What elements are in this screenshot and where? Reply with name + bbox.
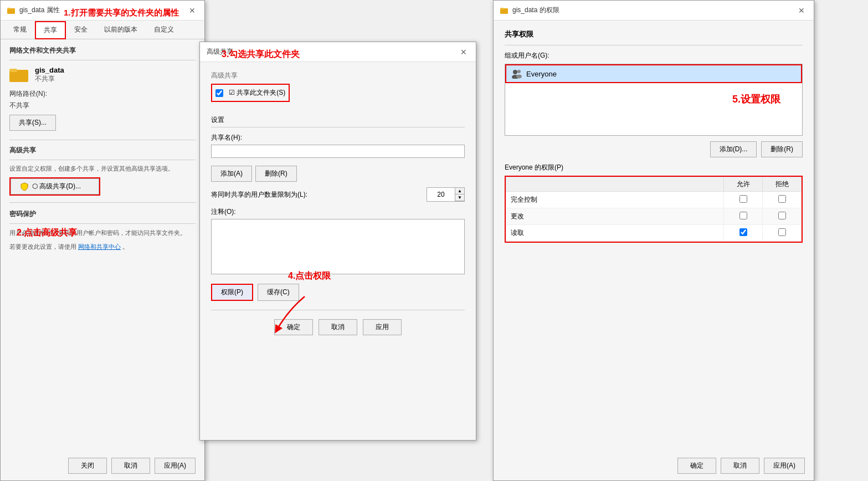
- perm-row: 更改: [506, 208, 802, 225]
- spinner-up-btn[interactable]: ▲: [455, 188, 464, 195]
- users-icon: [511, 69, 523, 79]
- network-path-label: 网络路径(N):: [9, 89, 196, 99]
- permissions-btn[interactable]: 权限(P): [211, 284, 253, 301]
- delete-share-btn[interactable]: 删除(R): [255, 166, 297, 182]
- share-name-label: 共享名(H):: [211, 133, 465, 142]
- advanced-share-section: 高级共享 设置自定义权限，创建多个共享，并设置其他高级共享选项。 ⬡ 高级共享(…: [9, 146, 196, 196]
- perm-table: 允许 拒绝 完全控制更改读取: [506, 177, 802, 242]
- user-limit-row: 将同时共享的用户数量限制为(L): 20 ▲ ▼: [211, 187, 465, 202]
- properties-title: gis_data 属性: [19, 6, 60, 15]
- properties-tabbar: 常规 共享 安全 以前的版本 自定义: [1, 21, 204, 39]
- svg-point-9: [516, 75, 522, 79]
- tab-general[interactable]: 常规: [5, 21, 35, 39]
- permissions-dialog: gis_data 的权限 ✕ 共享权限 组或用户名(G): Everyone 5…: [493, 0, 814, 481]
- apply-button[interactable]: 应用(A): [155, 458, 196, 474]
- allow-checkbox[interactable]: [739, 212, 747, 219]
- deny-checkbox[interactable]: [778, 195, 786, 203]
- add-perm-btn[interactable]: 添加(D)...: [710, 141, 757, 157]
- add-del-row: 添加(A) 删除(R): [211, 166, 465, 182]
- share-btn-container: 共享(S)...: [9, 115, 196, 131]
- properties-bottom-buttons: 关闭 取消 应用(A): [9, 458, 196, 474]
- user-everyone-item[interactable]: Everyone: [505, 64, 802, 83]
- deny-checkbox[interactable]: [778, 212, 786, 219]
- perm-allow-cell: [724, 192, 763, 208]
- permissions-close-btn[interactable]: ✕: [796, 5, 807, 16]
- user-limit-spinner: 20 ▲ ▼: [427, 187, 465, 202]
- advanced-titlebar: 高级共享 ✕: [200, 42, 476, 62]
- cache-btn[interactable]: 缓存(C): [258, 284, 299, 301]
- shield-icon: [20, 182, 29, 191]
- settings-group: 设置 共享名(H): gis_data 添加(A) 删除(R) 将同时共享的用户…: [211, 115, 465, 202]
- properties-titlebar: gis_data 属性 ✕: [1, 1, 204, 21]
- spinner-down-btn[interactable]: ▼: [455, 195, 464, 201]
- advanced-share-desc: 设置自定义权限，创建多个共享，并设置其他高级共享选项。: [9, 165, 196, 173]
- share-checkbox-label: ☑ 共享此文件夹(S): [229, 88, 285, 98]
- network-center-link[interactable]: 网络和共享中心: [78, 243, 121, 250]
- user-limit-input[interactable]: 20: [427, 188, 455, 201]
- allow-checkbox[interactable]: [739, 228, 747, 236]
- tab-sharing[interactable]: 共享: [35, 21, 66, 39]
- perm-allow-cell: [724, 208, 763, 225]
- delete-perm-btn[interactable]: 删除(R): [761, 141, 803, 157]
- properties-close-btn[interactable]: ✕: [187, 5, 198, 16]
- user-limit-label: 将同时共享的用户数量限制为(L):: [211, 190, 421, 199]
- svg-point-8: [517, 70, 521, 73]
- advanced-share-button[interactable]: ⬡ 高级共享(D)...: [11, 178, 99, 195]
- notes-textarea[interactable]: [211, 219, 465, 274]
- password-desc1: 用户必须具有此计算机的用户帐户和密码，才能访问共享文件夹。: [9, 228, 196, 238]
- folder-row: gis_data 不共享: [9, 66, 196, 84]
- permissions-title: gis_data 的权限: [512, 6, 559, 15]
- network-section-title: 网络文件和文件夹共享: [9, 46, 196, 55]
- not-shared-label: 不共享: [35, 74, 64, 84]
- advanced-share-btn-label: ⬡ 高级共享(D)...: [32, 182, 81, 191]
- svg-rect-1: [7, 8, 11, 9]
- group-label: 组或用户名(G):: [505, 51, 803, 60]
- permissions-titlebar: gis_data 的权限 ✕: [494, 1, 814, 21]
- perm-confirm-btn[interactable]: 确定: [677, 458, 716, 474]
- advanced-sharing-dialog: 高级共享 ✕ 高级共享 ☑ 共享此文件夹(S) 设置 共享名(H): gis_d…: [199, 42, 476, 441]
- folder-perm-icon: [500, 6, 509, 15]
- share-checkbox-row: ☑ 共享此文件夹(S): [211, 84, 290, 102]
- advanced-subtitle: 高级共享: [211, 71, 465, 80]
- network-path-value: 不共享: [9, 101, 196, 110]
- perm-name-cell: 更改: [506, 208, 724, 225]
- tab-customize[interactable]: 自定义: [146, 21, 182, 39]
- add-share-btn[interactable]: 添加(A): [211, 166, 252, 182]
- properties-dialog: gis_data 属性 ✕ 常规 共享 安全 以前的版本 自定义 网络文件和文件…: [0, 0, 205, 481]
- svg-rect-3: [9, 69, 17, 72]
- allow-checkbox[interactable]: [739, 195, 747, 203]
- settings-label: 设置: [211, 115, 465, 125]
- close-button[interactable]: 关闭: [68, 458, 107, 474]
- share-folder-checkbox[interactable]: [215, 89, 223, 97]
- deny-checkbox[interactable]: [778, 228, 786, 236]
- svg-point-6: [513, 70, 517, 74]
- perm-name-cell: 读取: [506, 225, 724, 242]
- advanced-cancel-btn[interactable]: 取消: [319, 319, 357, 335]
- permissions-bottom-buttons: 确定 取消 应用(A): [677, 458, 805, 474]
- advanced-close-btn[interactable]: ✕: [458, 47, 469, 58]
- advanced-share-btn-wrapper: ⬡ 高级共享(D)...: [9, 177, 100, 196]
- tab-previous-versions[interactable]: 以前的版本: [96, 21, 146, 39]
- user-list: Everyone: [505, 64, 803, 136]
- perm-cache-row: 权限(P) 缓存(C): [211, 284, 465, 301]
- advanced-bottom-buttons: 确定 取消 应用: [211, 319, 465, 335]
- perm-everyone-label: Everyone 的权限(P): [505, 163, 803, 172]
- advanced-title: 高级共享: [207, 47, 233, 57]
- advanced-apply-btn[interactable]: 应用: [363, 319, 402, 335]
- perm-table-container: 允许 拒绝 完全控制更改读取: [505, 176, 803, 243]
- tab-security[interactable]: 安全: [66, 21, 96, 39]
- advanced-confirm-btn[interactable]: 确定: [274, 319, 313, 335]
- cancel-button[interactable]: 取消: [111, 458, 150, 474]
- advanced-section-title: 高级共享: [9, 146, 196, 155]
- password-section: 密码保护 用户必须具有此计算机的用户帐户和密码，才能访问共享文件夹。 若要更改此…: [9, 209, 196, 251]
- perm-apply-btn[interactable]: 应用(A): [764, 458, 805, 474]
- perm-row: 读取: [506, 225, 802, 242]
- svg-rect-5: [500, 8, 504, 9]
- share-button[interactable]: 共享(S)...: [9, 115, 56, 131]
- perm-cancel-btn[interactable]: 取消: [721, 458, 759, 474]
- password-desc2: 若要更改此设置，请使用 网络和共享中心 。: [9, 242, 196, 252]
- perm-row: 完全控制: [506, 192, 802, 208]
- share-name-input[interactable]: gis_data: [211, 145, 465, 158]
- deny-header: 拒绝: [763, 177, 802, 192]
- perm-deny-cell: [763, 225, 802, 242]
